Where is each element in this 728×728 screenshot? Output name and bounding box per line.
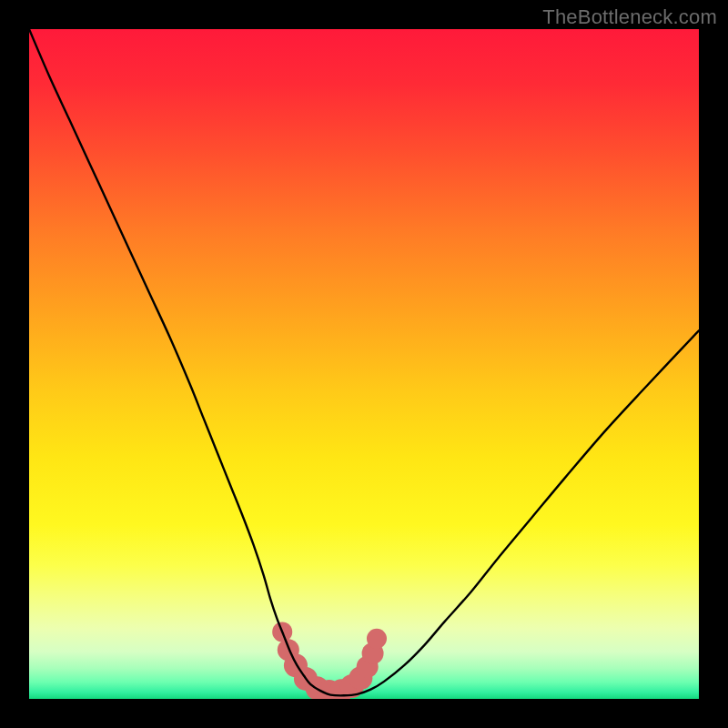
trough-marker bbox=[367, 629, 387, 649]
chart-frame: TheBottleneck.com bbox=[0, 0, 728, 728]
plot-area bbox=[29, 29, 699, 699]
gradient-background bbox=[29, 29, 699, 699]
bottleneck-chart bbox=[29, 29, 699, 699]
watermark-text: TheBottleneck.com bbox=[542, 5, 717, 29]
